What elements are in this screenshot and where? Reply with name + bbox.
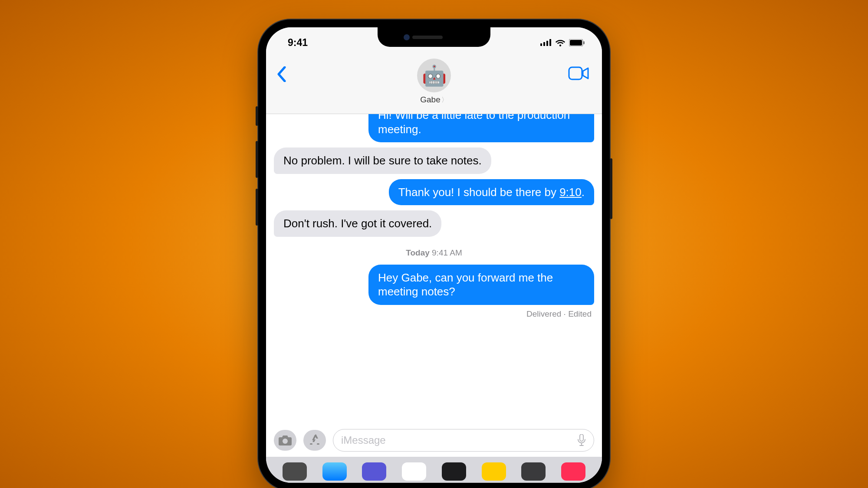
svg-rect-10 xyxy=(317,443,319,445)
mic-icon[interactable] xyxy=(577,434,586,446)
volume-up xyxy=(256,141,258,178)
message-received[interactable]: Don't rush. I've got it covered. xyxy=(274,210,594,237)
nav-header: 🤖 Gabe 〉 xyxy=(266,53,602,114)
delivery-status: Delivered · Edited xyxy=(274,309,594,319)
input-placeholder: iMessage xyxy=(341,434,386,446)
back-button[interactable] xyxy=(277,59,286,82)
message-list[interactable]: Hi! Will be a little late to the product… xyxy=(266,114,602,424)
message-input[interactable]: iMessage xyxy=(333,429,594,452)
cellular-icon xyxy=(540,39,552,46)
svg-rect-9 xyxy=(310,443,312,445)
time-link[interactable]: 9:10 xyxy=(559,186,582,199)
message-bubble: Thank you! I should be there by 9:10. xyxy=(389,179,594,206)
message-sent[interactable]: Thank you! I should be there by 9:10. xyxy=(274,179,594,206)
drawer-app[interactable] xyxy=(402,462,426,481)
drawer-app[interactable] xyxy=(561,462,585,481)
input-bar: iMessage xyxy=(266,424,602,457)
drawer-app[interactable] xyxy=(482,462,506,481)
message-bubble: No problem. I will be sure to take notes… xyxy=(274,147,491,174)
wifi-icon xyxy=(555,39,566,46)
video-icon xyxy=(568,66,589,80)
svg-rect-7 xyxy=(569,67,582,79)
status-right xyxy=(540,39,585,46)
status-time: 9:41 xyxy=(288,37,308,49)
svg-rect-6 xyxy=(583,41,585,44)
drawer-app[interactable] xyxy=(322,462,347,481)
message-received[interactable]: No problem. I will be sure to take notes… xyxy=(274,147,594,174)
app-drawer[interactable] xyxy=(266,457,602,483)
phone-frame: 9:41 🤖 Gabe 〉 H xyxy=(258,20,610,488)
contact-header[interactable]: 🤖 Gabe 〉 xyxy=(417,59,451,105)
chevron-left-icon xyxy=(277,66,286,82)
drawer-app[interactable] xyxy=(283,462,307,481)
facetime-button[interactable] xyxy=(568,66,589,82)
svg-rect-3 xyxy=(549,39,551,46)
message-sent[interactable]: Hey Gabe, can you forward me the meeting… xyxy=(274,265,594,305)
power-button xyxy=(610,158,612,219)
svg-rect-11 xyxy=(580,434,583,441)
svg-rect-2 xyxy=(546,41,548,46)
battery-icon xyxy=(569,39,585,46)
svg-point-8 xyxy=(283,439,288,444)
camera-icon xyxy=(278,435,292,446)
chevron-right-icon: 〉 xyxy=(441,96,448,104)
screen: 9:41 🤖 Gabe 〉 H xyxy=(266,27,602,483)
volume-down xyxy=(256,189,258,226)
avatar: 🤖 xyxy=(417,59,451,92)
contact-name: Gabe xyxy=(420,95,440,105)
app-store-icon xyxy=(308,434,321,447)
app-store-button[interactable] xyxy=(303,430,326,451)
message-bubble: Hi! Will be a little late to the product… xyxy=(368,114,594,142)
drawer-app[interactable] xyxy=(362,462,386,481)
mute-switch xyxy=(256,106,258,126)
camera-button[interactable] xyxy=(274,430,296,451)
timestamp-divider: Today 9:41 AM xyxy=(274,248,594,258)
drawer-app[interactable] xyxy=(442,462,466,481)
drawer-app[interactable] xyxy=(521,462,546,481)
message-bubble: Hey Gabe, can you forward me the meeting… xyxy=(368,265,594,305)
message-bubble: Don't rush. I've got it covered. xyxy=(274,210,441,237)
svg-rect-5 xyxy=(570,40,582,46)
svg-rect-1 xyxy=(543,42,545,46)
svg-rect-0 xyxy=(540,43,542,46)
message-sent[interactable]: Hi! Will be a little late to the product… xyxy=(274,114,594,142)
notch xyxy=(378,27,490,47)
